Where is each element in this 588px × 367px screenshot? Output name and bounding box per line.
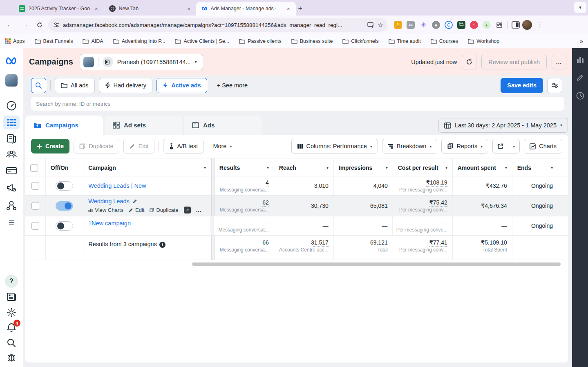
- table-row[interactable]: Wedding Leads | New 4Messaging conversa.…: [25, 176, 568, 196]
- more-button[interactable]: More ▾: [208, 139, 237, 153]
- row-checkbox[interactable]: [31, 182, 39, 190]
- bookmark-folder[interactable]: Business suite: [291, 38, 333, 44]
- close-tab-icon[interactable]: ×: [186, 5, 192, 13]
- billing-card-icon[interactable]: [6, 167, 17, 175]
- table-row[interactable]: Wedding Leads View Charts Edit Duplicate: [25, 196, 568, 216]
- had-delivery-filter[interactable]: Had delivery: [99, 78, 153, 93]
- bookmark-apps[interactable]: Apps: [5, 38, 25, 44]
- table-row[interactable]: 1New campaign —Messaging conversat... — …: [25, 216, 568, 236]
- account-thumbnail-avatar[interactable]: [5, 74, 18, 87]
- sort-chevron-icon[interactable]: ▾: [204, 166, 206, 170]
- puzzle-extensions-icon[interactable]: [495, 21, 503, 29]
- site-info-icon[interactable]: [53, 22, 60, 28]
- results-value[interactable]: 4: [266, 179, 269, 187]
- install-app-icon[interactable]: [367, 22, 374, 28]
- duplicate-button[interactable]: Duplicate: [74, 139, 119, 153]
- meta-logo-icon[interactable]: [5, 56, 18, 65]
- edit-pencil-icon[interactable]: [576, 73, 584, 82]
- new-tab-button[interactable]: +: [298, 4, 303, 13]
- sort-chevron-icon[interactable]: ▾: [505, 166, 507, 170]
- plus-extension-icon[interactable]: +: [483, 21, 491, 29]
- updates-news-icon[interactable]: [7, 292, 16, 301]
- copyright-extension-icon[interactable]: C: [445, 21, 453, 29]
- bookmark-star-icon[interactable]: ☆: [378, 21, 383, 29]
- edit-action[interactable]: Edit: [129, 207, 144, 213]
- bookmark-folder[interactable]: Clickfunnels: [342, 38, 378, 44]
- campaign-name-link[interactable]: Wedding Leads: [88, 198, 130, 205]
- url-text[interactable]: adsmanager.facebook.com/adsmanager/manag…: [63, 22, 364, 28]
- review-and-publish-button[interactable]: Review and publish: [481, 55, 547, 69]
- red-extension-icon[interactable]: ~: [470, 21, 478, 29]
- notifications-bell-icon[interactable]: 4: [6, 323, 17, 333]
- export-button[interactable]: [493, 139, 508, 153]
- campaign-toggle-off[interactable]: [56, 181, 73, 191]
- pages-icon[interactable]: [6, 134, 17, 144]
- summary-reach[interactable]: 31,517: [311, 239, 329, 247]
- browser-tab-sheets[interactable]: 2025 Activity Tracker - Goog ×: [14, 2, 104, 16]
- refresh-button[interactable]: [462, 55, 476, 69]
- code-extension-icon[interactable]: </>: [407, 21, 415, 29]
- view-charts-action[interactable]: View Charts: [88, 207, 123, 213]
- scrollbar-thumb[interactable]: [192, 262, 561, 266]
- bookmarks-overflow-icon[interactable]: »: [580, 38, 583, 44]
- sort-chevron-icon[interactable]: ▾: [267, 166, 269, 170]
- profile-avatar[interactable]: [522, 20, 532, 30]
- bookmark-folder[interactable]: Passive clients: [239, 38, 282, 44]
- date-range-selector[interactable]: Last 30 days: 2 Apr 2025 - 1 May 2025 ▾: [438, 118, 568, 133]
- cpr-value[interactable]: ₹75.42: [429, 199, 447, 207]
- search-filter-button[interactable]: [31, 78, 46, 93]
- charts-button[interactable]: Charts: [524, 139, 562, 153]
- row-more-actions[interactable]: ...: [196, 207, 202, 213]
- audiences-icon[interactable]: [6, 150, 17, 158]
- help-button[interactable]: ?: [5, 275, 18, 288]
- sort-chevron-icon[interactable]: ▾: [326, 166, 329, 170]
- close-tab-icon[interactable]: ×: [93, 5, 100, 13]
- lightbulb-extension-icon[interactable]: 💡: [394, 21, 402, 29]
- rename-pencil-icon[interactable]: [132, 199, 137, 204]
- ads-megaphone-icon[interactable]: [6, 183, 17, 193]
- campaign-name-link[interactable]: Wedding Leads | New: [88, 182, 206, 189]
- camera-extension-icon[interactable]: ◉: [432, 21, 440, 29]
- bookmark-folder[interactable]: Courses: [431, 38, 458, 44]
- bookmark-folder[interactable]: Time audit: [389, 38, 421, 44]
- connected-assets-icon[interactable]: [6, 200, 17, 211]
- header-more-button[interactable]: ...: [552, 55, 566, 69]
- results-value[interactable]: 62: [262, 199, 269, 207]
- ad-account-selector[interactable]: Pranesh (1097155888144... ▾: [80, 54, 203, 70]
- column-header[interactable]: Amount spent: [458, 165, 496, 171]
- all-tools-hamburger-icon[interactable]: ≡: [9, 217, 14, 228]
- bookmark-folder[interactable]: Advertising Into P...: [113, 38, 165, 44]
- row-checkbox[interactable]: [31, 202, 39, 210]
- tab-search-chevron-icon[interactable]: ▾: [574, 2, 586, 13]
- tab-ads[interactable]: Ads: [184, 116, 262, 135]
- filter-settings-icon[interactable]: [547, 78, 562, 93]
- save-edits-button[interactable]: Save edits: [501, 78, 543, 93]
- settings-gear-icon[interactable]: [7, 307, 17, 318]
- bulk-send-extension-icon[interactable]: Bulk Send: [457, 21, 465, 29]
- bookmark-folder[interactable]: Active Clients | Se...: [175, 38, 229, 44]
- sort-chevron-icon[interactable]: ▾: [551, 166, 553, 170]
- breakdown-button[interactable]: Breakdown ▾: [382, 139, 438, 153]
- history-clock-icon[interactable]: [576, 91, 584, 100]
- search-input[interactable]: Search by name, ID or metrics: [31, 97, 564, 111]
- address-bar[interactable]: adsmanager.facebook.com/adsmanager/manag…: [48, 18, 387, 32]
- bookmark-folder[interactable]: Workshop: [468, 38, 499, 44]
- column-header[interactable]: Cost per result: [398, 165, 438, 171]
- tab-ad-sets[interactable]: Ad sets: [105, 116, 182, 135]
- close-tab-icon[interactable]: ×: [285, 5, 292, 13]
- summary-cpr[interactable]: ₹77.41: [429, 239, 447, 247]
- column-header[interactable]: Ends: [517, 165, 531, 171]
- search-rail-icon[interactable]: [7, 338, 16, 348]
- reload-icon[interactable]: [34, 19, 46, 31]
- column-header[interactable]: Reach: [279, 165, 296, 171]
- report-bug-icon[interactable]: [6, 352, 17, 362]
- browser-menu-icon[interactable]: ⋮: [534, 21, 546, 29]
- columns-button[interactable]: Columns: Performance ▾: [291, 139, 378, 153]
- insights-chart-icon[interactable]: [576, 56, 584, 64]
- reports-button[interactable]: Reports ▾: [441, 139, 488, 153]
- info-icon[interactable]: i: [159, 242, 165, 248]
- column-header[interactable]: Campaign: [88, 165, 116, 171]
- side-panel-icon[interactable]: [512, 21, 520, 29]
- see-more-filters[interactable]: + See more: [211, 78, 253, 93]
- duplicate-action[interactable]: Duplicate: [150, 207, 178, 213]
